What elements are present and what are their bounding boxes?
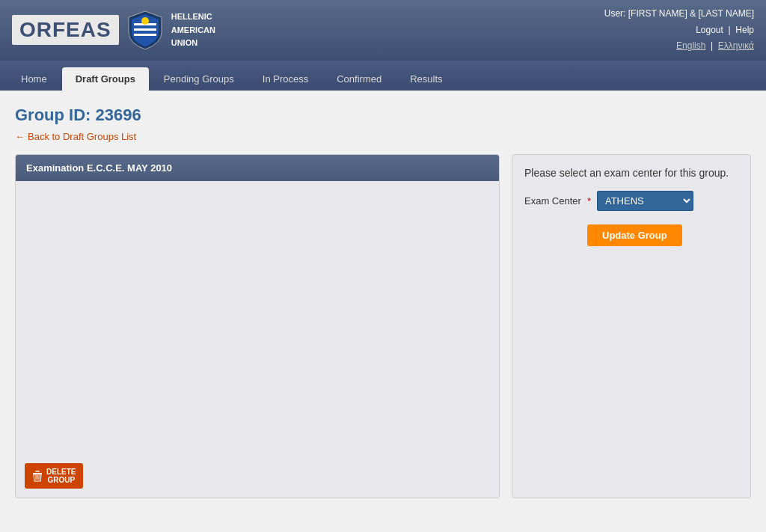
right-panel: Please select an exam center for this gr… — [512, 154, 751, 498]
exam-center-select[interactable]: ATHENS THESSALONIKI PATRAS — [597, 191, 693, 211]
page-title: Group ID: 23696 — [15, 106, 751, 125]
shield-icon — [126, 10, 164, 51]
tab-home[interactable]: Home — [7, 67, 61, 91]
page-content: Group ID: 23696 ← Back to Draft Groups L… — [0, 91, 766, 513]
language-links: English | Ελληνικά — [604, 38, 754, 55]
required-star: * — [587, 195, 591, 207]
exam-center-row: Exam Center * ATHENS THESSALONIKI PATRAS — [524, 191, 738, 211]
back-link[interactable]: ← Back to Draft Groups List — [15, 131, 136, 142]
svg-rect-4 — [33, 473, 42, 474]
update-button-row: Update Group — [584, 221, 738, 246]
left-panel-body — [16, 181, 499, 480]
logo-area: ORFEAS HELLENIC AMERICAN UNION — [12, 10, 215, 51]
delete-button-label: DELETEGROUP — [46, 468, 76, 484]
user-label: User: [FIRST NAME] & [LAST NAME] — [604, 6, 754, 22]
app-name: ORFEAS — [12, 15, 119, 45]
right-panel-title: Please select an exam center for this gr… — [524, 167, 738, 179]
svg-rect-2 — [134, 34, 156, 36]
svg-point-3 — [141, 17, 149, 25]
tab-confirmed[interactable]: Confirmed — [323, 67, 395, 91]
auth-links: Logout | Help — [604, 22, 754, 39]
greek-lang-link[interactable]: Ελληνικά — [718, 40, 754, 51]
trash-icon — [32, 470, 43, 482]
back-arrow: ← — [15, 131, 25, 142]
main-area: Examination E.C.C.E. MAY 2010 DELETEGROU… — [15, 154, 751, 498]
tab-draft-groups[interactable]: Draft Groups — [62, 67, 149, 91]
tab-results[interactable]: Results — [396, 67, 456, 91]
help-link[interactable]: Help — [735, 25, 754, 35]
svg-rect-1 — [134, 28, 156, 31]
back-link-text: Back to Draft Groups List — [28, 131, 136, 142]
logout-link[interactable]: Logout — [696, 25, 723, 35]
org-name: HELLENIC AMERICAN UNION — [171, 10, 215, 50]
tab-in-process[interactable]: In Process — [249, 67, 322, 91]
left-panel: Examination E.C.C.E. MAY 2010 DELETEGROU… — [15, 154, 500, 498]
exam-center-label: Exam Center — [524, 195, 581, 207]
update-group-button[interactable]: Update Group — [587, 224, 682, 246]
header: ORFEAS HELLENIC AMERICAN UNION User: [FI… — [0, 0, 766, 61]
user-info: User: [FIRST NAME] & [LAST NAME] Logout … — [604, 6, 754, 55]
svg-rect-5 — [35, 471, 40, 472]
left-panel-header: Examination E.C.C.E. MAY 2010 — [16, 155, 499, 181]
delete-group-button[interactable]: DELETEGROUP — [25, 463, 83, 489]
tab-pending-groups[interactable]: Pending Groups — [150, 67, 248, 91]
english-lang-link[interactable]: English — [676, 40, 705, 51]
nav-bar: Home Draft Groups Pending Groups In Proc… — [0, 61, 766, 91]
